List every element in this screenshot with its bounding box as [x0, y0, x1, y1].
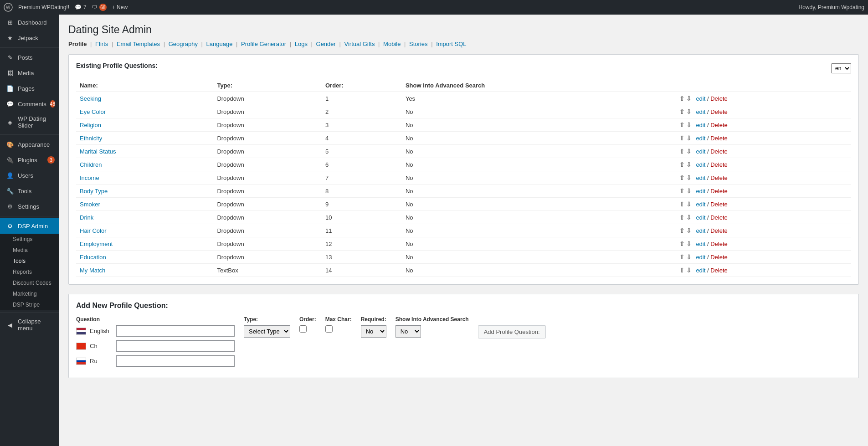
edit-link-11[interactable]: edit — [696, 241, 705, 247]
arrow-up-6[interactable]: ⇧ — [679, 174, 685, 181]
sidebar-item-users[interactable]: 👤 Users — [0, 168, 59, 183]
dsp-submenu-marketing[interactable]: Marketing — [0, 288, 59, 299]
question-name-link-9[interactable]: Drink — [80, 214, 93, 221]
arrow-up-0[interactable]: ⇧ — [679, 95, 685, 102]
edit-link-2[interactable]: edit — [696, 122, 705, 128]
edit-link-8[interactable]: edit — [696, 201, 705, 208]
arrow-down-12[interactable]: ⇩ — [686, 253, 692, 261]
dsp-submenu-media[interactable]: Media — [0, 245, 59, 256]
delete-link-11[interactable]: Delete — [710, 241, 728, 247]
edit-link-7[interactable]: edit — [696, 188, 705, 195]
sidebar-item-plugins[interactable]: 🔌 Plugins 3 — [0, 152, 59, 168]
arrow-down-13[interactable]: ⇩ — [686, 267, 692, 274]
new-item[interactable]: + New — [112, 4, 128, 10]
arrow-up-8[interactable]: ⇧ — [679, 200, 685, 208]
site-name[interactable]: Premium WPDating!! — [18, 4, 69, 10]
nav-stories[interactable]: Stories — [409, 41, 427, 47]
language-select-wrap[interactable]: en zh ru — [831, 63, 851, 73]
arrow-down-4[interactable]: ⇩ — [686, 148, 692, 155]
arrow-down-11[interactable]: ⇩ — [686, 240, 692, 247]
nav-profile[interactable]: Profile — [68, 41, 87, 47]
arrow-up-11[interactable]: ⇧ — [679, 240, 685, 247]
question-name-link-4[interactable]: Marital Status — [80, 148, 116, 155]
question-name-link-12[interactable]: Education — [80, 254, 106, 261]
nav-email-templates[interactable]: Email Templates — [117, 41, 160, 47]
dsp-submenu-dsp-stripe[interactable]: DSP Stripe — [0, 299, 59, 310]
collapse-menu-item[interactable]: ◀ Collapse menu — [0, 314, 59, 335]
edit-link-12[interactable]: edit — [696, 254, 705, 261]
question-name-link-5[interactable]: Children — [80, 161, 102, 168]
question-name-link-10[interactable]: Hair Color — [80, 227, 107, 234]
comments-count-item[interactable]: 💬 7 — [75, 4, 87, 10]
language-select[interactable]: en zh ru — [831, 63, 851, 73]
show-advanced-select[interactable]: No Yes — [395, 325, 421, 338]
edit-link-9[interactable]: edit — [696, 214, 705, 221]
arrow-up-3[interactable]: ⇧ — [679, 134, 685, 142]
edit-link-5[interactable]: edit — [696, 161, 705, 168]
arrow-up-5[interactable]: ⇧ — [679, 161, 685, 168]
arrow-up-13[interactable]: ⇧ — [679, 267, 685, 274]
edit-link-4[interactable]: edit — [696, 148, 705, 155]
delete-link-4[interactable]: Delete — [710, 148, 728, 155]
arrow-down-3[interactable]: ⇩ — [686, 134, 692, 142]
sidebar-item-wp-dating-slider[interactable]: ◈ WP Dating Slider — [0, 112, 59, 133]
arrow-down-5[interactable]: ⇩ — [686, 161, 692, 168]
arrow-down-10[interactable]: ⇩ — [686, 227, 692, 234]
question-name-link-7[interactable]: Body Type — [80, 188, 108, 195]
delete-link-3[interactable]: Delete — [710, 135, 728, 142]
dsp-submenu-tools[interactable]: Tools — [0, 256, 59, 267]
sidebar-item-posts[interactable]: ✎ Posts — [0, 50, 59, 65]
nav-profile-generator[interactable]: Profile Generator — [241, 41, 286, 47]
edit-link-0[interactable]: edit — [696, 95, 705, 102]
arrow-down-8[interactable]: ⇩ — [686, 200, 692, 208]
arrow-up-4[interactable]: ⇧ — [679, 148, 685, 155]
edit-link-1[interactable]: edit — [696, 108, 705, 115]
edit-link-3[interactable]: edit — [696, 135, 705, 142]
sidebar-item-tools[interactable]: 🔧 Tools — [0, 183, 59, 199]
edit-link-13[interactable]: edit — [696, 267, 705, 274]
question-input-ru[interactable] — [116, 355, 235, 367]
wp-logo-item[interactable]: W — [4, 3, 13, 12]
arrow-up-2[interactable]: ⇧ — [679, 121, 685, 128]
question-name-link-11[interactable]: Employment — [80, 241, 113, 247]
question-input-en[interactable] — [116, 325, 235, 337]
arrow-down-6[interactable]: ⇩ — [686, 174, 692, 181]
question-name-link-8[interactable]: Smoker — [80, 201, 100, 208]
delete-link-8[interactable]: Delete — [710, 201, 728, 208]
arrow-up-12[interactable]: ⇧ — [679, 253, 685, 261]
delete-link-9[interactable]: Delete — [710, 214, 728, 221]
delete-link-6[interactable]: Delete — [710, 174, 728, 181]
delete-link-2[interactable]: Delete — [710, 122, 728, 128]
comments-badge-item[interactable]: 🗨 68 — [92, 4, 107, 11]
order-checkbox[interactable] — [299, 325, 307, 333]
delete-link-12[interactable]: Delete — [710, 254, 728, 261]
dsp-submenu-settings[interactable]: Settings — [0, 234, 59, 245]
dsp-submenu-discount[interactable]: Discount Codes — [0, 277, 59, 288]
delete-link-1[interactable]: Delete — [710, 108, 728, 115]
nav-virtual-gifts[interactable]: Virtual Gifts — [344, 41, 375, 47]
sidebar-item-media[interactable]: 🖼 Media — [0, 65, 59, 81]
nav-mobile[interactable]: Mobile — [383, 41, 401, 47]
nav-import-sql[interactable]: Import SQL — [436, 41, 466, 47]
delete-link-10[interactable]: Delete — [710, 227, 728, 234]
nav-geography[interactable]: Geography — [169, 41, 198, 47]
dsp-submenu-reports[interactable]: Reports — [0, 267, 59, 277]
question-name-link-6[interactable]: Income — [80, 174, 99, 181]
nav-flirts[interactable]: Flirts — [95, 41, 108, 47]
arrow-down-7[interactable]: ⇩ — [686, 187, 692, 195]
arrow-up-10[interactable]: ⇧ — [679, 227, 685, 234]
delete-link-5[interactable]: Delete — [710, 161, 728, 168]
sidebar-item-dashboard[interactable]: ⊞ Dashboard — [0, 15, 59, 30]
arrow-up-9[interactable]: ⇧ — [679, 214, 685, 221]
nav-gender[interactable]: Gender — [316, 41, 336, 47]
question-input-ch[interactable] — [116, 340, 235, 352]
question-name-link-3[interactable]: Ethnicity — [80, 135, 102, 142]
sidebar-item-dsp-admin[interactable]: ⚙ DSP Admin — [0, 218, 59, 234]
type-select[interactable]: Select Type Dropdown TextBox — [244, 325, 290, 338]
edit-link-6[interactable]: edit — [696, 174, 705, 181]
sidebar-item-settings[interactable]: ⚙ Settings — [0, 199, 59, 214]
nav-language[interactable]: Language — [206, 41, 233, 47]
nav-logs[interactable]: Logs — [295, 41, 308, 47]
sidebar-item-jetpack[interactable]: ★ Jetpack — [0, 30, 59, 46]
add-profile-question-button[interactable]: Add Profile Question: — [478, 325, 546, 338]
